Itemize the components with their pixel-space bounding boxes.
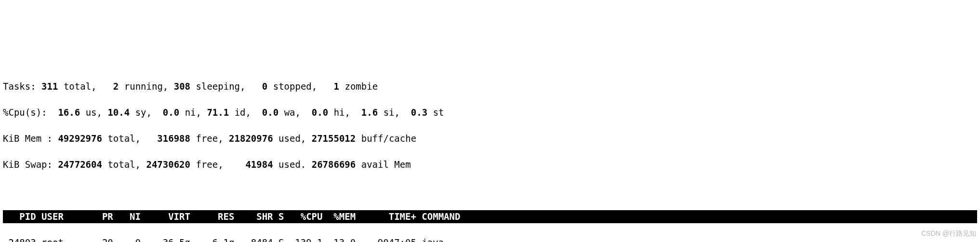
watermark: CSDN @行路见知 xyxy=(921,227,976,240)
cpu-sy: 10.4 xyxy=(107,107,130,118)
swap-line: KiB Swap: 24772604 total, 24730620 free,… xyxy=(3,158,977,171)
tasks-running: 2 xyxy=(113,81,119,92)
top-output: Tasks: 311 total, 2 running, 308 sleepin… xyxy=(0,65,980,242)
swap-avail: 26786696 xyxy=(312,159,356,170)
cpu-us: 16.6 xyxy=(58,107,80,118)
swap-total: 24772604 xyxy=(58,159,102,170)
cpu-line: %Cpu(s): 16.6 us, 10.4 sy, 0.0 ni, 71.1 … xyxy=(3,106,977,119)
swap-free: 24730620 xyxy=(146,159,190,170)
process-row: 24803 root 20 0 36.5g 6.1g 8484 S 139.1 … xyxy=(3,236,977,242)
mem-label: KiB Mem : xyxy=(3,133,53,144)
mem-buff: 27155012 xyxy=(312,133,356,144)
mem-free: 316988 xyxy=(157,133,190,144)
cpu-ni: 0.0 xyxy=(163,107,179,118)
cpu-label: %Cpu(s): xyxy=(3,107,47,118)
swap-used: 41984 xyxy=(245,159,273,170)
tasks-total: 311 xyxy=(41,81,58,92)
cpu-hi: 0.0 xyxy=(312,107,328,118)
tasks-zombie: 1 xyxy=(334,81,339,92)
cpu-id: 71.1 xyxy=(207,107,229,118)
cpu-st: 0.3 xyxy=(411,107,427,118)
tasks-line: Tasks: 311 total, 2 running, 308 sleepin… xyxy=(3,80,977,93)
swap-label: KiB Swap: xyxy=(3,159,53,170)
blank-line xyxy=(3,184,977,197)
process-list: 24803 root 20 0 36.5g 6.1g 8484 S 139.1 … xyxy=(3,236,977,242)
cpu-wa: 0.0 xyxy=(262,107,278,118)
tasks-sleeping: 308 xyxy=(174,81,190,92)
tasks-label: Tasks: xyxy=(3,81,36,92)
mem-total: 49292976 xyxy=(58,133,102,144)
cpu-si: 1.6 xyxy=(361,107,378,118)
column-header: PID USER PR NI VIRT RES SHR S %CPU %MEM … xyxy=(3,210,977,223)
tasks-stopped: 0 xyxy=(262,81,267,92)
mem-line: KiB Mem : 49292976 total, 316988 free, 2… xyxy=(3,132,977,145)
mem-used: 21820976 xyxy=(229,133,273,144)
